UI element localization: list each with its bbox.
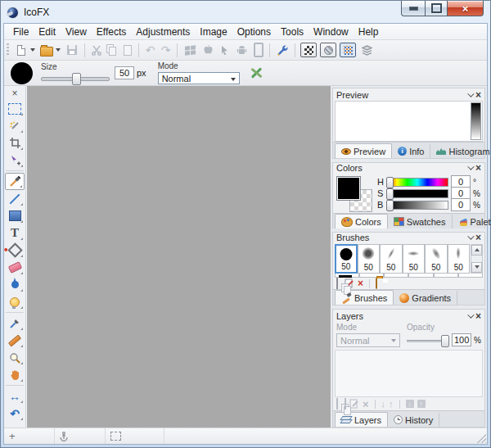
menu-tools[interactable]: Tools [276, 25, 309, 38]
new-button[interactable] [13, 42, 29, 58]
redo-button[interactable]: ↷ [159, 42, 173, 58]
menu-window[interactable]: Window [309, 25, 354, 38]
minimize-button[interactable] [401, 1, 425, 16]
brightness-input[interactable]: 0 [451, 198, 471, 211]
load-brushes-button[interactable] [376, 278, 377, 288]
brightness-slider-thumb[interactable] [386, 200, 394, 211]
paste-button[interactable] [120, 42, 134, 58]
grid-toggle-button[interactable] [320, 43, 336, 57]
tab-layers[interactable]: Layers [335, 412, 388, 427]
eraser-tool[interactable] [5, 259, 25, 276]
size-slider[interactable] [41, 73, 110, 84]
tool-palette-close-button[interactable]: × [9, 88, 20, 98]
new-dropdown-arrow-icon[interactable] [30, 48, 35, 52]
magic-wand-tool[interactable] [5, 117, 25, 134]
macintosh-icon-button[interactable] [200, 42, 216, 58]
pixel-grid-toggle-button[interactable] [340, 43, 356, 57]
tab-palette[interactable]: Palette [453, 215, 491, 229]
antialias-icon[interactable] [250, 66, 263, 79]
tab-gradients[interactable]: Gradients [394, 291, 457, 305]
menu-edit[interactable]: Edit [34, 25, 61, 38]
layer-mode-dropdown[interactable]: Normal [336, 333, 400, 347]
brightness-tool[interactable] [5, 293, 25, 310]
blur-tool[interactable] [5, 276, 25, 293]
panel-close-icon[interactable]: × [475, 233, 481, 242]
collapse-chevron-icon[interactable] [467, 163, 474, 170]
size-slider-thumb[interactable] [72, 73, 81, 85]
android-icon-button[interactable] [233, 42, 250, 58]
new-brush-button[interactable] [336, 278, 338, 288]
opacity-input[interactable]: 100 [452, 333, 471, 346]
hue-slider[interactable] [386, 178, 448, 187]
hue-slider-thumb[interactable] [386, 177, 394, 188]
copy-button[interactable] [105, 42, 119, 58]
saturation-slider[interactable] [386, 189, 448, 198]
resource-editor-button[interactable] [274, 42, 291, 58]
crop-tool[interactable] [5, 134, 25, 152]
preview-zoom-slider[interactable] [471, 102, 481, 140]
brush-tool[interactable] [5, 173, 25, 190]
rotate-tool[interactable]: ↶ [5, 405, 25, 422]
saturation-slider-thumb[interactable] [386, 188, 394, 200]
flatten-button[interactable]: ↑ [417, 400, 426, 408]
undo-button[interactable]: ↶ [143, 42, 157, 58]
brushes-scrollbar[interactable] [471, 244, 483, 274]
tab-history[interactable]: History [388, 413, 439, 427]
open-button[interactable] [38, 42, 55, 58]
maximize-button[interactable] [425, 1, 447, 16]
opacity-slider-thumb[interactable] [441, 335, 449, 347]
move-layer-down-button[interactable]: ↓ [381, 400, 386, 409]
panel-close-icon[interactable]: × [475, 163, 481, 173]
menu-file[interactable]: File [8, 25, 34, 38]
tab-info[interactable]: iInfo [392, 144, 430, 158]
panel-close-icon[interactable]: × [475, 311, 481, 321]
panel-close-icon[interactable]: × [475, 90, 481, 100]
collapse-chevron-icon[interactable] [467, 90, 474, 97]
text-tool[interactable]: T [5, 224, 25, 242]
brush-item[interactable]: 50 [403, 244, 426, 274]
images-list-button[interactable] [358, 42, 375, 58]
menu-image[interactable]: Image [195, 25, 232, 38]
iphone-icon-button[interactable] [251, 42, 265, 58]
brush-item[interactable]: 50 [425, 244, 448, 274]
cut-button[interactable] [89, 42, 103, 58]
save-button[interactable] [64, 42, 80, 58]
size-input[interactable]: 50 [115, 66, 134, 79]
windows-icon-button[interactable] [182, 42, 198, 58]
rectangle-tool[interactable] [5, 207, 25, 224]
foreground-color-swatch[interactable] [336, 176, 361, 201]
brush-item[interactable]: 50 [335, 244, 358, 274]
flip-tool[interactable]: ↔ [5, 387, 25, 405]
mode-dropdown[interactable]: Normal [158, 72, 240, 84]
cursor-button[interactable] [218, 42, 232, 58]
new-layer-button[interactable] [336, 399, 338, 409]
menu-options[interactable]: Options [232, 25, 276, 38]
merge-down-button[interactable]: ↓ [406, 400, 414, 408]
tab-preview[interactable]: Preview [335, 143, 392, 158]
line-tool[interactable] [5, 190, 25, 207]
close-button[interactable]: × [447, 1, 484, 16]
brush-item[interactable]: 50 [358, 244, 381, 274]
canvas[interactable] [26, 86, 331, 428]
menu-effects[interactable]: Effects [92, 25, 131, 38]
menu-view[interactable]: View [61, 25, 92, 38]
tab-brushes[interactable]: Brushes [335, 290, 394, 305]
menu-help[interactable]: Help [354, 25, 384, 38]
move-tool[interactable] [5, 152, 25, 169]
move-layer-up-button[interactable]: ↑ [389, 400, 394, 409]
delete-brush-button[interactable]: × [358, 278, 363, 288]
toolbar-grip[interactable] [7, 43, 9, 57]
brightness-slider[interactable] [386, 201, 448, 210]
pencil-tool[interactable] [5, 332, 25, 349]
brush-item[interactable]: 50 [380, 244, 403, 274]
hand-tool[interactable] [5, 366, 25, 383]
collapse-chevron-icon[interactable] [467, 233, 474, 240]
opacity-slider[interactable] [407, 335, 449, 346]
collapse-chevron-icon[interactable] [467, 311, 474, 318]
transparency-toggle-button[interactable] [300, 43, 317, 57]
color-picker-tool[interactable] [5, 315, 25, 332]
tab-swatches[interactable]: Swatches [388, 215, 453, 229]
tab-histogram[interactable]: Histogram [430, 144, 491, 158]
menu-adjustments[interactable]: Adjustments [131, 25, 195, 38]
scroll-up-button[interactable] [471, 245, 482, 256]
